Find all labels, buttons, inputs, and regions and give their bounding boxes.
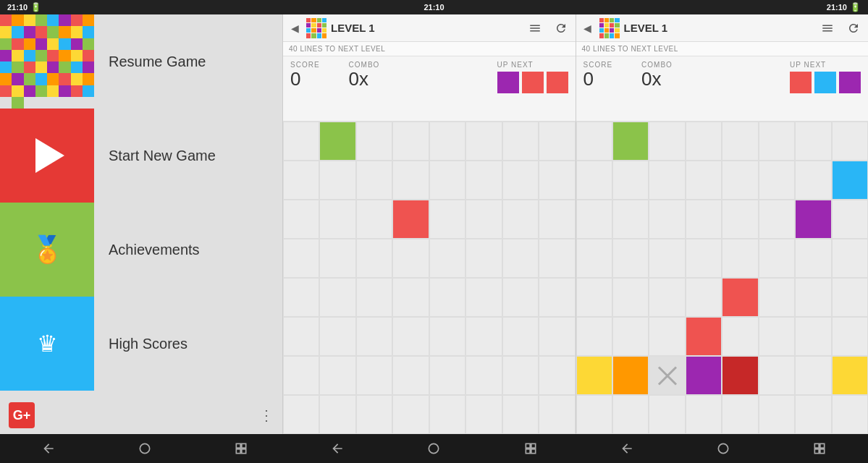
grid-cell — [722, 161, 758, 200]
grid-cell — [795, 395, 831, 434]
grid-cell — [283, 395, 319, 434]
panel1-grid-area[interactable] — [283, 122, 576, 434]
svg-rect-9 — [531, 449, 536, 454]
grid-cell — [686, 395, 722, 434]
grid-cell — [649, 161, 685, 200]
grid-cell — [686, 278, 722, 317]
panel2-piece-2 — [814, 72, 836, 93]
grid-cell — [392, 161, 429, 200]
grid-cell — [539, 122, 575, 161]
panel1-level-title: LEVEL 1 — [331, 22, 521, 34]
grid-cell — [722, 239, 758, 278]
panel1-back-button[interactable]: ◀ — [287, 21, 302, 35]
grid-cell — [832, 200, 868, 239]
back-button[interactable] — [27, 436, 70, 462]
grid-cell — [832, 395, 868, 434]
grid-cell — [356, 161, 392, 200]
grid-cell — [539, 200, 575, 239]
grid-cell — [759, 161, 795, 200]
grid-cell — [319, 356, 355, 395]
panel2-lines-info: 40 LINES TO NEXT LEVEL — [576, 42, 869, 56]
grid-cell — [649, 356, 685, 395]
recents-button-3[interactable] — [798, 436, 841, 462]
back-button-2[interactable] — [316, 436, 359, 462]
svg-rect-3 — [236, 449, 240, 454]
grid-cell — [722, 317, 758, 356]
grid-cell — [392, 395, 429, 434]
grid-cell — [576, 395, 612, 434]
home-button-2[interactable] — [412, 436, 455, 462]
grid-cell — [612, 161, 649, 200]
panel2-refresh-button[interactable] — [843, 18, 864, 38]
grid-cell — [649, 278, 685, 317]
panel2-piece-empty1 — [790, 95, 812, 116]
grid-cell — [576, 317, 612, 356]
resume-thumbnail — [0, 14, 94, 109]
grid-cell — [392, 356, 429, 395]
resume-game-item[interactable]: Resume Game — [0, 14, 282, 109]
grid-cell — [392, 239, 429, 278]
panel1-level-icon — [306, 18, 326, 38]
panel1-header: ◀ — [283, 14, 576, 42]
start-new-game-item[interactable]: Start New Game — [0, 109, 282, 203]
grid-cell — [319, 278, 355, 317]
grid-cell — [832, 161, 868, 200]
google-plus-button[interactable]: G+ — [9, 402, 35, 428]
svg-rect-8 — [526, 449, 530, 454]
time-center: 21:10 — [424, 3, 444, 12]
grid-cell — [612, 395, 649, 434]
recents-button-2[interactable] — [509, 436, 552, 462]
grid-cell — [539, 395, 575, 434]
grid-cell — [612, 356, 649, 395]
panel1-score-block: SCORE 0 — [290, 61, 320, 116]
menu-dots-button[interactable]: ⋮ — [259, 407, 274, 424]
grid-cell — [392, 278, 429, 317]
panel2-up-next: UP NEXT — [790, 61, 861, 116]
grid-cell — [759, 395, 795, 434]
grid-cell — [539, 317, 575, 356]
grid-cell — [356, 200, 392, 239]
android-nav-bar — [0, 434, 868, 463]
high-scores-item[interactable]: ♛ High Scores — [0, 297, 282, 391]
grid-cell — [759, 278, 795, 317]
panel2-up-next-pieces — [790, 72, 861, 93]
achievements-item[interactable]: 🏅 Achievements — [0, 203, 282, 297]
grid-cell — [722, 200, 758, 239]
panel1-settings-button[interactable] — [525, 18, 545, 38]
svg-rect-2 — [242, 443, 246, 448]
grid-cell — [759, 356, 795, 395]
grid-cell — [283, 317, 319, 356]
panel2-back-button[interactable]: ◀ — [581, 21, 595, 35]
panel2-combo-value: 0x — [641, 69, 673, 90]
grid-cell — [283, 356, 319, 395]
grid-cell — [465, 239, 502, 278]
panel1-piece-2 — [522, 72, 544, 93]
grid-cell — [356, 395, 392, 434]
panel2-grid-area[interactable] — [576, 122, 869, 434]
home-button-3[interactable] — [701, 436, 745, 462]
back-button-3[interactable] — [605, 436, 649, 462]
grid-cell — [832, 239, 868, 278]
panel1-piece-empty1 — [497, 95, 519, 116]
panel2-up-next-label: UP NEXT — [790, 61, 826, 69]
panel2-lines-text: 40 LINES TO NEXT LEVEL — [582, 45, 678, 53]
panel1-score-value: 0 — [290, 69, 320, 90]
grid-cell — [465, 395, 502, 434]
panel2-piece-empty3 — [839, 95, 861, 116]
grid-cell — [686, 122, 722, 161]
grid-cell — [465, 278, 502, 317]
panel2-settings-button[interactable] — [817, 18, 838, 38]
grid-cell — [429, 278, 465, 317]
grid-cell — [612, 317, 649, 356]
battery-icon-right: 🔋 — [850, 2, 861, 12]
status-center: 21:10 — [424, 3, 444, 12]
svg-rect-6 — [526, 443, 530, 448]
panel1-refresh-button[interactable] — [551, 18, 571, 38]
home-button[interactable] — [123, 436, 167, 462]
panel2-grid — [576, 122, 869, 434]
svg-point-0 — [140, 443, 149, 453]
grid-cell — [759, 239, 795, 278]
grid-cell — [429, 161, 465, 200]
grid-cell — [502, 356, 539, 395]
recents-button[interactable] — [219, 436, 263, 462]
